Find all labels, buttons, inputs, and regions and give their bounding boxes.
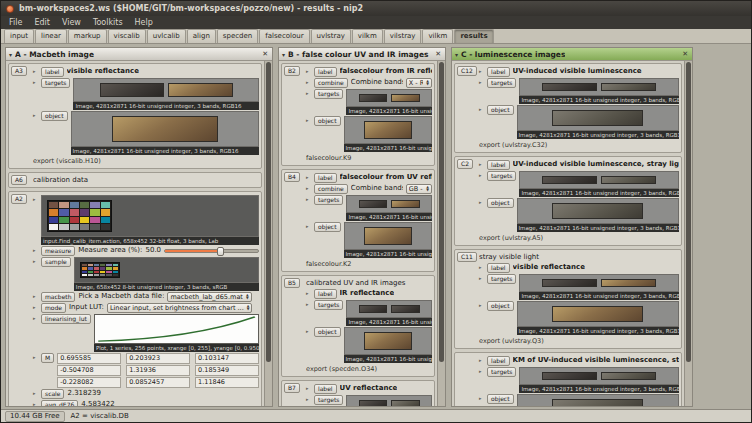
photo-thumbnail[interactable]	[71, 111, 260, 147]
image-thumbnail[interactable]: Image, 4281x2871 16-bit unsigned integer…	[519, 78, 679, 104]
matrix-cell[interactable]: 0.185349	[195, 365, 259, 376]
expander-right-icon[interactable]: ▸	[306, 67, 311, 76]
matrix-cell[interactable]: 1.11846	[195, 377, 259, 388]
tag-button-label[interactable]: label	[41, 67, 64, 77]
expander-right-icon[interactable]: ▸	[33, 246, 38, 255]
expander-right-icon[interactable]: ▸	[479, 171, 484, 180]
photo-thumbnail[interactable]	[344, 116, 433, 144]
matrix-cell[interactable]: 1.31936	[126, 365, 190, 376]
image-thumbnail[interactable]: input.Find_calib_item.action, 658x452 32…	[41, 195, 259, 245]
slider-handle[interactable]	[217, 247, 224, 256]
tab-viscalib[interactable]: viscalib	[108, 29, 146, 43]
photo-thumbnail[interactable]	[346, 89, 432, 107]
matrix-cell[interactable]: 0.203923	[126, 353, 190, 364]
tag-button-label[interactable]: label	[314, 384, 337, 394]
column-header-A[interactable]: ▾A - Macbeth image✕	[6, 48, 272, 61]
expander-right-icon[interactable]: ▸	[306, 289, 311, 298]
expander-right-icon[interactable]: ▸	[33, 303, 38, 312]
row-tag-B4[interactable]: B4	[284, 172, 300, 182]
image-thumbnail[interactable]: Image, 4281x2871 16-bit unsigned integer…	[346, 195, 432, 221]
tag-button-object[interactable]: object	[314, 116, 341, 126]
vertical-scrollbar[interactable]	[684, 61, 692, 406]
image-thumbnail[interactable]: Image, 4281x2871 16-bit unsigned integer…	[519, 171, 679, 197]
tag-button-label[interactable]: label	[487, 356, 510, 366]
image-thumbnail[interactable]: Image, 4281x2871 16-bit unsigned integer…	[346, 89, 432, 115]
expander-right-icon[interactable]: ▸	[306, 222, 311, 231]
select-mode[interactable]: Linear input, set brightness from chart …	[107, 303, 253, 313]
close-icon[interactable]: ✕	[681, 50, 689, 58]
column-header-C[interactable]: ▾C - luminescence images✕	[452, 48, 692, 61]
tag-button-sample[interactable]: sample	[41, 257, 71, 267]
photo-thumbnail[interactable]	[346, 395, 432, 406]
expander-right-icon[interactable]: ▸	[479, 274, 484, 283]
tab-vilkm[interactable]: vilkm	[352, 29, 383, 43]
tag-button-measure[interactable]: measure	[41, 246, 75, 256]
row-tag-B2[interactable]: B2	[284, 66, 300, 76]
photo-thumbnail[interactable]	[517, 198, 680, 224]
tag-button-macbeth[interactable]: macbeth	[41, 292, 75, 302]
image-thumbnail[interactable]: Image, 658x452 8-bit unsigned integer, 3…	[74, 257, 259, 291]
row-tag-B7[interactable]: B7	[284, 383, 300, 393]
tab-align[interactable]: align	[187, 29, 216, 43]
tag-button-label[interactable]: label	[487, 263, 510, 273]
matrix-cell[interactable]: 0.103147	[195, 353, 259, 364]
expander-right-icon[interactable]: ▸	[479, 356, 484, 365]
photo-thumbnail[interactable]	[519, 367, 679, 385]
menu-view[interactable]: View	[56, 16, 87, 29]
tab-specden[interactable]: specden	[217, 29, 258, 43]
photo-thumbnail[interactable]	[519, 78, 679, 96]
tab-markup[interactable]: markup	[68, 29, 107, 43]
menu-toolkits[interactable]: Toolkits	[87, 16, 129, 29]
image-thumbnail[interactable]: Image, 4281x2871 16-bit unsigned integer…	[517, 105, 680, 139]
image-thumbnail[interactable]: Image, 4281x2871 16-bit unsigned integer…	[71, 111, 260, 155]
tab-falsecolour[interactable]: falsecolour	[259, 29, 309, 43]
vertical-scrollbar[interactable]	[437, 61, 445, 406]
tag-button-object[interactable]: object	[487, 198, 514, 208]
matrix-cell[interactable]: 0.0852457	[126, 377, 190, 388]
scrollbar-thumb[interactable]	[266, 62, 271, 362]
image-thumbnail[interactable]: Image, 4281x2871 16-bit unsigned integer…	[344, 327, 433, 363]
select-combine[interactable]: X - RG▲▼	[406, 78, 432, 88]
expander-right-icon[interactable]: ▸	[479, 78, 484, 87]
row-tag-C11[interactable]: C11	[457, 252, 477, 262]
photo-thumbnail[interactable]	[346, 300, 432, 318]
expander-right-icon[interactable]: ▸	[33, 353, 38, 362]
expander-right-icon[interactable]: ▸	[479, 160, 484, 169]
tag-button-object[interactable]: object	[487, 394, 514, 404]
expander-right-icon[interactable]: ▸	[33, 389, 38, 398]
image-thumbnail[interactable]: Image, 4281x2871 16-bit unsigned integer…	[519, 274, 679, 300]
image-thumbnail[interactable]: Image, 4281x2871 16-bit unsigned integer…	[344, 222, 433, 258]
photo-thumbnail[interactable]	[73, 78, 259, 102]
tag-button-combine[interactable]: combine	[314, 184, 348, 194]
expander-right-icon[interactable]: ▸	[33, 195, 38, 204]
expander-right-icon[interactable]: ▸	[33, 78, 38, 87]
menu-edit[interactable]: Edit	[28, 16, 56, 29]
expander-right-icon[interactable]: ▸	[33, 111, 38, 120]
menu-file[interactable]: File	[3, 16, 28, 29]
tag-button-combine[interactable]: combine	[314, 78, 348, 88]
expander-down-icon[interactable]: ▾	[282, 51, 285, 58]
tag-button-targets[interactable]: targets	[487, 171, 516, 181]
tag-button-label[interactable]: label	[314, 67, 337, 77]
tag-button-avg_dE76[interactable]: avg_dE76	[41, 400, 78, 406]
column-header-B[interactable]: ▾B - false colour UV and IR images✕	[279, 48, 445, 61]
macbeth-chart-thumbnail[interactable]	[74, 257, 259, 283]
tab-vilstray[interactable]: vilstray	[384, 29, 422, 43]
image-thumbnail[interactable]: Image, 4281x2871 16-bit unsigned integer…	[519, 367, 679, 393]
expander-right-icon[interactable]: ▸	[479, 367, 484, 376]
expander-right-icon[interactable]: ▸	[306, 384, 311, 393]
window-close-button[interactable]	[6, 5, 14, 13]
expander-right-icon[interactable]: ▸	[479, 263, 484, 272]
tag-button-targets[interactable]: targets	[487, 367, 516, 377]
photo-thumbnail[interactable]	[346, 195, 432, 213]
tab-results[interactable]: results	[454, 29, 493, 43]
row-tag-A2[interactable]: A2	[11, 194, 27, 204]
image-thumbnail[interactable]: Image, 4281x2871 16-bit unsigned integer…	[346, 300, 432, 326]
expander-right-icon[interactable]: ▸	[306, 395, 311, 404]
expander-right-icon[interactable]: ▸	[33, 292, 38, 301]
expander-right-icon[interactable]: ▸	[33, 67, 38, 76]
expander-right-icon[interactable]: ▸	[479, 67, 484, 76]
tag-button-targets[interactable]: targets	[314, 195, 343, 205]
expander-down-icon[interactable]: ▾	[9, 51, 12, 58]
photo-thumbnail[interactable]	[519, 274, 679, 292]
